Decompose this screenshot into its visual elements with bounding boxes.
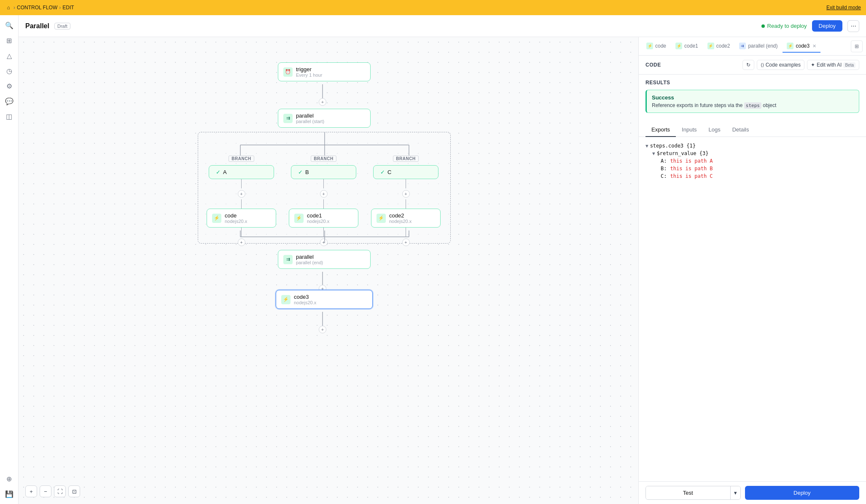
more-options-button[interactable]: ⋯ [847,20,859,32]
canvas-fit-button[interactable]: ⛶ [54,485,66,497]
branch-a-code-name: code [225,212,247,219]
tab-code1[interactable]: ⚡ code1 [671,40,702,53]
parallel-start-sub: parallel (start) [296,119,324,124]
exit-build-mode-link[interactable]: Exit build mode [826,5,861,11]
branch-a-node[interactable]: ✓ A [209,165,274,179]
sidebar-tag-icon[interactable]: ◫ [3,110,16,123]
tab-code3-icon: ⚡ [787,43,793,49]
tree-child-row[interactable]: ▼ $return_value {3} [645,150,859,157]
canvas-lock-button[interactable]: ⊡ [68,485,80,497]
code-section-title: CODE [645,62,661,68]
tree-child-arrow[interactable]: ▼ [652,151,655,156]
branch-c-connector [406,179,406,188]
parallel-start-node[interactable]: ⇉ parallel parallel (start) [278,109,371,128]
panel-deploy-button[interactable]: Deploy [745,486,860,500]
sidebar-search-icon[interactable]: 🔍 [3,19,16,32]
app-title: Parallel [25,22,49,30]
refresh-button[interactable]: ↻ [742,60,754,70]
sidebar-layout-icon[interactable]: ⊞ [3,34,16,47]
results-section: RESULTS Success Reference exports in fut… [639,75,866,123]
parallel-end-node[interactable]: ⇉ parallel parallel (end) [278,250,371,269]
subtab-logs[interactable]: Logs [703,123,726,137]
branch-c-column: BRANCH ✓ C + ⚡ [371,155,441,248]
branch-c-code-sub: nodejs20.x [389,219,411,224]
branch-b-add-button2[interactable]: + [320,239,328,246]
left-sidebar: 🔍 ⊞ △ ◷ ⚙ 💬 ◫ ⊕ 💾 [0,15,19,504]
branch-b-label: BRANCH [311,155,336,162]
branch-a-check-icon: ✓ [216,169,221,175]
draft-badge: Draft [54,23,70,29]
tree-item-b-row: B: this is path B [645,165,859,172]
edit-ai-button[interactable]: ✦ Edit with AI Beta [807,60,859,70]
branch-c-node[interactable]: ✓ C [373,165,438,179]
branch-a-add-button[interactable]: + [238,190,245,198]
sidebar-warning-icon[interactable]: △ [3,49,16,62]
sidebar-chat-icon[interactable]: 💬 [3,94,16,108]
branch-c-add-button[interactable]: + [402,190,410,198]
branch-b-code-node[interactable]: ⚡ code1 nodejs20.x [289,209,358,228]
sidebar-settings-icon[interactable]: ⚙ [3,79,16,93]
flow-canvas[interactable]: ⏰ trigger Every 1 hour + [19,37,638,504]
subtab-exports[interactable]: Exports [645,123,676,137]
subtab-inputs[interactable]: Inputs [676,123,702,137]
branch-a-add-button2[interactable]: + [238,239,245,246]
test-button[interactable]: Test [646,486,730,499]
parallel-end-name: parallel [296,254,323,260]
branch-b-node[interactable]: ✓ B [291,165,356,179]
tree-root-arrow[interactable]: ▼ [645,143,648,149]
parallel-end-icon: ⇉ [283,255,293,264]
sidebar-clock-icon[interactable]: ◷ [3,64,16,78]
branch-c-code-node[interactable]: ⚡ code2 nodejs20.x [371,209,441,228]
header-deploy-button[interactable]: Deploy [812,20,842,32]
trigger-node[interactable]: ⏰ trigger Every 1 hour [278,62,371,81]
parallel-start-icon: ⇉ [283,114,293,123]
success-desc-suffix: object [763,102,776,108]
add-after-code3[interactable]: + [319,326,326,333]
branch-b-connector [323,179,324,188]
home-icon[interactable]: ⌂ [5,4,12,11]
sidebar-save-icon[interactable]: 💾 [3,487,16,501]
code3-node[interactable]: ⚡ code3 nodejs20.x [276,290,373,309]
success-desc-prefix: Reference exports in future steps via th… [652,102,742,108]
tree-root-row[interactable]: ▼ steps.code3 {1} [645,142,859,150]
tab-code-icon: ⚡ [646,43,653,49]
tab-code3-close-button[interactable]: ✕ [812,43,816,49]
add-between-trigger-parallel[interactable]: + [319,98,326,106]
app-header: Parallel Draft Ready to deploy Deploy ⋯ [19,15,866,37]
branch-b-connector2 [323,199,324,209]
canvas-zoom-out-button[interactable]: − [40,485,51,497]
tree-item-b-value: this is path B [670,166,713,172]
panel-tabs: ⚡ code ⚡ code1 ⚡ code2 ⇉ parallel (end) [639,37,866,56]
canvas-zoom-in-button[interactable]: + [25,485,37,497]
success-code: steps [744,102,761,109]
trigger-name: trigger [296,66,322,72]
tree-item-c-key: C: [661,173,667,179]
branch-a-connector3 [241,228,242,237]
tab-code2-label: code2 [716,43,730,49]
test-caret-button[interactable]: ▾ [730,486,740,499]
tab-code[interactable]: ⚡ code [642,40,670,53]
top-bar: ⌂ › CONTROL FLOW › EDIT Exit build mode [0,0,866,15]
code-examples-button[interactable]: ⟨⟩ Code examples [757,60,804,70]
tree-section: ▼ steps.code3 {1} ▼ $return_value {3} A:… [639,137,866,185]
tab-code3[interactable]: ⚡ code3 ✕ [783,40,820,53]
branch-a-label: BRANCH [229,155,254,162]
sidebar-add-square-icon[interactable]: ⊕ [3,472,16,485]
panel-footer: Test ▾ Deploy [639,481,866,504]
right-panel: ⚡ code ⚡ code1 ⚡ code2 ⇉ parallel (end) [638,37,866,504]
branch-b-column: BRANCH ✓ B + ⚡ [289,155,358,248]
branch-b-add-button[interactable]: + [320,190,328,198]
branch-b-code-name: code1 [307,212,329,219]
breadcrumb-edit[interactable]: EDIT [62,5,74,11]
branch-c-check-icon: ✓ [380,169,385,175]
tree-item-a-value: this is path A [670,158,713,164]
tab-code2[interactable]: ⚡ code2 [703,40,734,53]
tree-item-c-row: C: this is path C [645,172,859,180]
success-desc: Reference exports in future steps via th… [652,102,854,108]
tab-parallel-end[interactable]: ⇉ parallel (end) [735,40,782,53]
tab-grid-button[interactable]: ⊞ [851,40,863,52]
branch-a-code-node[interactable]: ⚡ code nodejs20.x [207,209,276,228]
subtab-details[interactable]: Details [726,123,755,137]
branch-c-add-button2[interactable]: + [402,239,410,246]
breadcrumb-control-flow[interactable]: CONTROL FLOW [17,5,57,11]
